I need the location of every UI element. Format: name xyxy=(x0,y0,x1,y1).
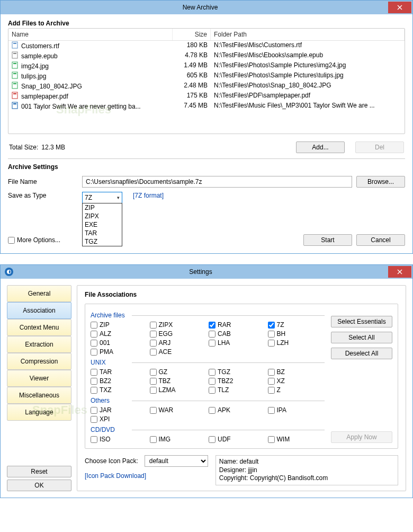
app-icon xyxy=(5,268,13,276)
select-essentials-button[interactable]: Select Essentials xyxy=(331,316,392,327)
svg-rect-8 xyxy=(12,82,17,88)
file-path: N:\TestFiles\Music Files\_MP3\001 Taylor… xyxy=(211,102,405,111)
assoc-xz[interactable]: XZ xyxy=(268,377,325,385)
assoc-tlz[interactable]: TLZ xyxy=(209,386,266,394)
assoc-zip[interactable]: ZIP xyxy=(91,321,148,329)
file-row[interactable]: sample.epub4.78 KBN:\TestFiles\Misc\Eboo… xyxy=(8,51,405,61)
deselect-all-button[interactable]: Deselect All xyxy=(331,348,392,359)
assoc-001[interactable]: 001 xyxy=(91,339,148,347)
type-option[interactable]: EXE xyxy=(83,220,122,229)
titlebar[interactable]: New Archive xyxy=(1,1,412,14)
svg-rect-7 xyxy=(13,73,16,74)
assoc-war[interactable]: WAR xyxy=(150,406,207,414)
saveastype-dropdown[interactable]: ZIPZIPXEXETARTGZ xyxy=(82,203,122,246)
sidebar-item-language[interactable]: Language xyxy=(7,404,71,421)
assoc-7z[interactable]: 7Z xyxy=(268,321,325,329)
file-icon xyxy=(12,61,19,70)
group-label: Archive files xyxy=(91,312,325,319)
close-button[interactable] xyxy=(388,266,411,278)
assoc-xpi[interactable]: XPI xyxy=(91,415,148,423)
assoc-img[interactable]: IMG xyxy=(150,436,207,443)
close-icon xyxy=(397,5,402,10)
file-icon xyxy=(12,102,19,111)
file-size: 180 KB xyxy=(173,41,211,50)
reset-button[interactable]: Reset xyxy=(7,466,71,477)
assoc-lha[interactable]: LHA xyxy=(209,339,266,347)
assoc-cab[interactable]: CAB xyxy=(209,330,266,338)
close-button[interactable] xyxy=(388,2,411,13)
file-row[interactable]: Customers.rtf180 KBN:\TestFiles\Misc\Cus… xyxy=(8,41,405,51)
file-size: 7.45 MB xyxy=(173,102,211,111)
file-row[interactable]: samplepaper.pdf175 KBN:\TestFiles\PDF\sa… xyxy=(8,91,405,101)
assoc-ipa[interactable]: IPA xyxy=(268,406,325,414)
assoc-wim[interactable]: WIM xyxy=(268,436,325,443)
assoc-apk[interactable]: APK xyxy=(209,406,266,414)
saveastype-combo[interactable]: 7Z ▾ xyxy=(82,192,122,203)
sidebar-item-viewer[interactable]: Viewer xyxy=(7,370,71,387)
cancel-button[interactable]: Cancel xyxy=(356,234,405,246)
type-option[interactable]: TGZ xyxy=(83,237,122,246)
file-row[interactable]: Snap_180_8042.JPG2.48 MBN:\TestFiles\Pho… xyxy=(8,81,405,91)
file-size: 4.78 KB xyxy=(173,51,211,60)
col-path[interactable]: Folder Path xyxy=(211,29,405,40)
assoc-jar[interactable]: JAR xyxy=(91,406,148,414)
assoc-lzh[interactable]: LZH xyxy=(268,339,325,347)
browse-button[interactable]: Browse... xyxy=(356,176,405,188)
assoc-pma[interactable]: PMA xyxy=(91,348,148,356)
assoc-arj[interactable]: ARJ xyxy=(150,339,207,347)
file-row[interactable]: img24.jpg1.49 MBN:\TestFiles\Photos\Samp… xyxy=(8,61,405,71)
col-size[interactable]: Size xyxy=(173,29,211,40)
assoc-z[interactable]: Z xyxy=(268,386,325,394)
assoc-bh[interactable]: BH xyxy=(268,330,325,338)
ok-button[interactable]: OK xyxy=(7,480,71,491)
apply-now-button[interactable]: Apply Now xyxy=(331,431,392,443)
titlebar[interactable]: Settings xyxy=(1,265,412,279)
sidebar-item-extraction[interactable]: Extraction xyxy=(7,336,71,353)
type-option[interactable]: ZIPX xyxy=(83,212,122,220)
assoc-txz[interactable]: TXZ xyxy=(91,386,148,394)
filename-input[interactable] xyxy=(82,176,352,188)
file-row[interactable]: tulips.jpg605 KBN:\TestFiles\Photos\Samp… xyxy=(8,71,405,81)
assoc-tbz2[interactable]: TBZ2 xyxy=(209,377,266,385)
settings-main-panel: File Associations Archive filesZIPZIPXRA… xyxy=(77,285,406,491)
file-name: tulips.jpg xyxy=(21,73,46,80)
assoc-tar[interactable]: TAR xyxy=(91,368,148,376)
select-all-button[interactable]: Select All xyxy=(331,332,392,343)
format-link[interactable]: [7Z format] xyxy=(133,192,164,199)
type-option[interactable]: ZIP xyxy=(83,203,122,212)
file-name: samplepaper.pdf xyxy=(21,93,68,100)
type-option[interactable]: TAR xyxy=(83,229,122,237)
assoc-bz[interactable]: BZ xyxy=(268,368,325,376)
file-size: 2.48 MB xyxy=(173,82,211,91)
assoc-iso[interactable]: ISO xyxy=(91,436,148,443)
file-list-panel: Name Size Folder Path Customers.rtf180 K… xyxy=(8,28,405,134)
assoc-alz[interactable]: ALZ xyxy=(91,330,148,338)
sidebar-item-miscellaneous[interactable]: Miscellaneous xyxy=(7,387,71,404)
assoc-tgz[interactable]: TGZ xyxy=(209,368,266,376)
assoc-bz2[interactable]: BZ2 xyxy=(91,377,148,385)
assoc-rar[interactable]: RAR xyxy=(209,321,266,329)
sidebar-item-compression[interactable]: Compression xyxy=(7,353,71,370)
assoc-udf[interactable]: UDF xyxy=(209,436,266,443)
icon-pack-download-link[interactable]: [Icon Pack Download] xyxy=(85,472,146,480)
assoc-ace[interactable]: ACE xyxy=(150,348,207,356)
sidebar-item-association[interactable]: Association xyxy=(7,302,71,319)
sidebar-item-context-menu[interactable]: Context Menu xyxy=(7,319,71,336)
assoc-lzma[interactable]: LZMA xyxy=(150,386,207,394)
saveastype-label: Save as Type xyxy=(8,192,78,199)
start-button[interactable]: Start xyxy=(303,234,352,246)
file-icon xyxy=(12,41,19,50)
assoc-zipx[interactable]: ZIPX xyxy=(150,321,207,329)
more-options-checkbox[interactable]: More Options... xyxy=(8,236,60,244)
file-row[interactable]: 001 Taylor Swift We are never getting ba… xyxy=(8,101,405,111)
col-name[interactable]: Name xyxy=(8,29,173,40)
sidebar-item-general[interactable]: General xyxy=(7,285,71,302)
assoc-gz[interactable]: GZ xyxy=(150,368,207,376)
file-icon xyxy=(12,92,19,101)
assoc-egg[interactable]: EGG xyxy=(150,330,207,338)
assoc-tbz[interactable]: TBZ xyxy=(150,377,207,385)
add-button[interactable]: Add... xyxy=(296,141,345,153)
del-button[interactable]: Del xyxy=(355,141,404,153)
group-label: UNIX xyxy=(91,359,325,366)
icon-pack-select[interactable]: default xyxy=(145,455,208,467)
